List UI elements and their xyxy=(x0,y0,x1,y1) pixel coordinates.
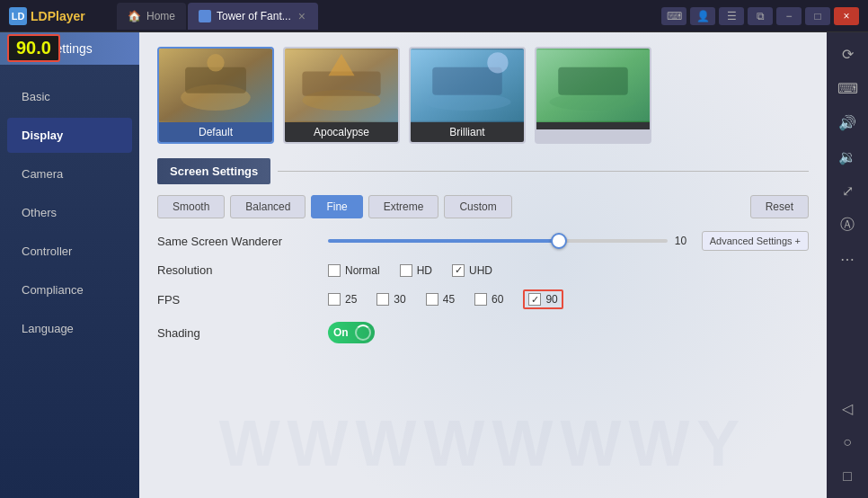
fps-label: FPS xyxy=(157,293,319,307)
preset-default[interactable]: Default xyxy=(157,47,274,144)
preset-4[interactable] xyxy=(535,47,651,144)
tab-close-icon[interactable]: × xyxy=(297,9,307,23)
preset-apocalypse-label: Apocalypse xyxy=(285,122,398,142)
sidebar-item-others[interactable]: Others xyxy=(7,195,132,230)
titlebar: LD LDPlayer 🏠 Home Tower of Fant... × ⌨ … xyxy=(0,0,868,32)
resolution-hd[interactable]: HD xyxy=(400,264,432,277)
home-icon: 🏠 xyxy=(128,10,141,22)
sidebar-item-compliance[interactable]: Compliance xyxy=(7,272,132,307)
restore-btn[interactable]: ⧉ xyxy=(748,7,773,25)
tab-home-label: Home xyxy=(146,10,175,22)
expand-icon[interactable]: ⤢ xyxy=(833,176,862,205)
resolution-normal-label: Normal xyxy=(345,264,380,277)
fps-badge: 90.0 xyxy=(7,34,60,62)
fps-60-label: 60 xyxy=(492,293,503,306)
fps-60-checkbox[interactable] xyxy=(474,293,487,306)
quality-reset[interactable]: Reset xyxy=(750,195,809,218)
fps-25[interactable]: 25 xyxy=(328,293,357,306)
sidebar-item-basic[interactable]: Basic xyxy=(7,79,132,114)
volume-down-icon[interactable]: 🔉 xyxy=(833,142,862,171)
presets-row: Default xyxy=(157,47,809,144)
circle-icon[interactable]: ○ xyxy=(833,428,862,457)
rotate-icon[interactable]: ⟳ xyxy=(833,40,862,68)
quality-balanced[interactable]: Balanced xyxy=(230,195,306,218)
quality-smooth[interactable]: Smooth xyxy=(157,195,225,218)
watermark: WWWWWWWY xyxy=(219,406,748,480)
tab-game[interactable]: Tower of Fant... × xyxy=(188,3,318,30)
fps-45-checkbox[interactable] xyxy=(426,293,438,306)
fps-30-label: 30 xyxy=(394,293,405,306)
fps-90-label: 90 xyxy=(545,293,557,306)
wanderer-value: 10 xyxy=(675,235,693,247)
menu-btn[interactable]: ☰ xyxy=(719,7,744,25)
maximize-btn[interactable]: □ xyxy=(805,7,830,25)
svg-rect-10 xyxy=(432,67,502,95)
minimize-btn[interactable]: − xyxy=(776,7,802,25)
settings-content: Default xyxy=(139,32,827,370)
sidebar: Settings Basic Display Camera Others Con… xyxy=(0,32,139,498)
right-sidebar: ⟳ ⌨ 🔊 🔉 ⤢ Ⓐ ⋯ ◁ ○ □ xyxy=(827,32,868,498)
preset-4-label xyxy=(536,122,650,129)
close-btn[interactable]: × xyxy=(834,7,859,25)
keyboard-btn[interactable]: ⌨ xyxy=(661,7,686,25)
shading-toggle[interactable]: On xyxy=(328,322,375,343)
svg-point-13 xyxy=(550,93,637,111)
user-btn[interactable]: 👤 xyxy=(690,7,715,25)
preset-4-thumb xyxy=(536,49,650,122)
app-logo: LD LDPlayer xyxy=(0,7,117,25)
sidebar-item-camera[interactable]: Camera xyxy=(7,156,132,191)
preset-default-thumb xyxy=(159,49,272,122)
resolution-hd-label: HD xyxy=(417,264,432,277)
preset-apocalypse-thumb xyxy=(285,49,398,122)
at-icon[interactable]: Ⓐ xyxy=(833,210,862,239)
preset-apocalypse[interactable]: Apocalypse xyxy=(283,47,400,144)
resolution-options: Normal HD UHD xyxy=(328,264,492,277)
volume-up-icon[interactable]: 🔊 xyxy=(833,108,862,137)
game-tab-icon xyxy=(199,10,211,22)
tab-game-label: Tower of Fant... xyxy=(217,10,291,22)
wanderer-slider-container: 10 xyxy=(328,235,693,247)
wanderer-slider-thumb[interactable] xyxy=(551,233,567,249)
svg-point-3 xyxy=(207,54,224,71)
resolution-uhd-label: UHD xyxy=(469,264,492,277)
fps-25-label: 25 xyxy=(345,293,357,306)
resolution-label: Resolution xyxy=(157,263,319,277)
preset-brilliant-thumb xyxy=(411,49,524,122)
shading-row: Shading On xyxy=(157,322,809,343)
wanderer-slider-track[interactable] xyxy=(328,239,668,243)
app-name: LDPlayer xyxy=(31,9,85,23)
advanced-settings-btn[interactable]: Advanced Settings + xyxy=(702,231,809,251)
fps-row: FPS 25 30 45 6 xyxy=(157,289,809,309)
quality-extreme[interactable]: Extreme xyxy=(368,195,439,218)
sidebar-item-controller[interactable]: Controller xyxy=(7,234,132,269)
quality-row: Smooth Balanced Fine Extreme Custom Rese… xyxy=(157,195,809,218)
resolution-uhd[interactable]: UHD xyxy=(452,264,492,277)
quality-fine[interactable]: Fine xyxy=(311,195,362,218)
fps-45[interactable]: 45 xyxy=(426,293,455,306)
quality-custom[interactable]: Custom xyxy=(444,195,511,218)
window-controls: ⌨ 👤 ☰ ⧉ − □ × xyxy=(652,7,868,25)
preset-default-label: Default xyxy=(159,122,272,142)
back-icon[interactable]: ◁ xyxy=(833,394,862,422)
dots-icon[interactable]: ⋯ xyxy=(833,245,862,273)
fps-60[interactable]: 60 xyxy=(474,293,503,306)
resolution-normal-checkbox[interactable] xyxy=(328,264,341,277)
resolution-uhd-checkbox[interactable] xyxy=(452,264,465,277)
tab-home[interactable]: 🏠 Home xyxy=(117,3,186,30)
square-icon[interactable]: □ xyxy=(833,462,862,491)
fps-30-checkbox[interactable] xyxy=(376,293,389,306)
preset-brilliant[interactable]: Brilliant xyxy=(409,47,526,144)
fps-25-checkbox[interactable] xyxy=(328,293,341,306)
sidebar-item-language[interactable]: Language xyxy=(7,311,132,346)
fps-30[interactable]: 30 xyxy=(376,293,405,306)
svg-rect-14 xyxy=(558,67,628,95)
resolution-hd-checkbox[interactable] xyxy=(400,264,412,277)
resolution-normal[interactable]: Normal xyxy=(328,264,380,277)
fps-90-checkbox[interactable] xyxy=(528,293,541,306)
content-area: WWWWWWWY xyxy=(139,32,827,498)
fps-options: 25 30 45 60 xyxy=(328,289,563,309)
fps-90[interactable]: 90 xyxy=(523,289,562,309)
keyboard-icon[interactable]: ⌨ xyxy=(833,74,862,102)
sidebar-item-display[interactable]: Display xyxy=(7,118,132,153)
main-container: Settings Basic Display Camera Others Con… xyxy=(0,32,868,498)
